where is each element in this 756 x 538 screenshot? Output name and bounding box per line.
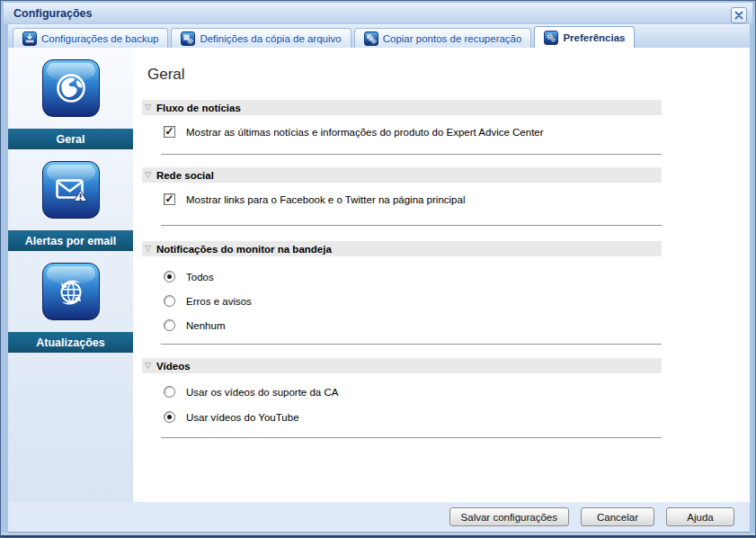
option-row: Usar vídeos do YouTube: [164, 410, 750, 424]
sidebar-item-geral[interactable]: Geral: [8, 48, 133, 149]
divider: [161, 154, 662, 155]
page-title: Geral: [147, 66, 750, 84]
section-header-rede-social[interactable]: ▽ Rede social: [142, 167, 662, 183]
ca-support-videos-radio[interactable]: [164, 386, 175, 398]
checkbox-label[interactable]: Mostrar as últimas notícias e informaçõe…: [186, 127, 544, 138]
option-row: Todos: [164, 270, 750, 283]
save-settings-button[interactable]: Salvar configurações: [449, 507, 569, 526]
collapse-triangle-icon: ▽: [145, 245, 151, 253]
footer: Salvar configurações Cancelar Ajuda: [8, 502, 750, 533]
dialog-body: Geral Alertas por email: [8, 48, 750, 502]
close-button[interactable]: [731, 7, 747, 23]
main-content: Geral ▽ Fluxo de notícias Mostrar as últ…: [133, 48, 750, 502]
news-feed-checkbox[interactable]: [164, 126, 175, 138]
tab-label: Preferências: [563, 32, 625, 43]
copy-recovery-points-icon: [364, 31, 378, 46]
option-row: Usar os vídeos do suporte da CA: [164, 385, 750, 399]
sidebar: Geral Alertas por email: [8, 48, 133, 502]
collapse-triangle-icon: ▽: [145, 362, 151, 370]
close-icon: [734, 11, 743, 20]
checkbox-label[interactable]: Mostrar links para o Facebook e o Twitte…: [186, 194, 465, 205]
sidebar-label-geral: Geral: [8, 129, 133, 149]
help-button[interactable]: Ajuda: [666, 507, 734, 526]
collapse-triangle-icon: ▽: [145, 103, 151, 112]
tile-wrap: [8, 48, 133, 129]
settings-window: Configurações Configurações de backup: [0, 0, 756, 538]
section-header-notificacoes-monitor[interactable]: ▽ Notificações do monitor na bandeja: [142, 241, 662, 256]
radio-label[interactable]: Nenhum: [186, 320, 225, 331]
tray-errors-warnings-radio[interactable]: [164, 295, 175, 307]
divider: [161, 344, 662, 345]
option-row: Nenhum: [164, 318, 750, 332]
tile-wrap: [8, 149, 133, 230]
sidebar-item-atualizacoes[interactable]: Atualizações: [8, 251, 133, 353]
window-title: Configurações: [13, 7, 93, 20]
sidebar-label-atualizacoes: Atualizações: [8, 332, 133, 353]
section-header-fluxo-de-noticias[interactable]: ▽ Fluxo de notícias: [142, 100, 662, 115]
divider: [161, 437, 662, 438]
radio-label[interactable]: Todos: [186, 272, 214, 282]
updates-globe-icon: [42, 263, 100, 320]
preferences-gear-icon: [544, 31, 558, 45]
radio-label[interactable]: Usar vídeos do YouTube: [186, 412, 299, 423]
tab-label: Configurações de backup: [41, 33, 158, 44]
section-header-videos[interactable]: ▽ Vídeos: [142, 358, 662, 373]
collapse-triangle-icon: ▽: [145, 171, 151, 179]
divider: [161, 225, 662, 226]
option-row: Mostrar links para o Facebook e o Twitte…: [164, 193, 750, 206]
sidebar-label-alertas-por-email: Alertas por email: [8, 230, 133, 251]
tab-bar: Configurações de backup Definições da có…: [8, 24, 750, 48]
tab-copy-recovery-points[interactable]: Copiar pontos de recuperação: [354, 28, 532, 48]
tab-backup-settings[interactable]: Configurações de backup: [13, 28, 168, 48]
tile-wrap: [8, 251, 133, 332]
option-row: Erros e avisos: [164, 294, 750, 308]
tab-preferences[interactable]: Preferências: [534, 26, 635, 48]
sidebar-item-alertas-por-email[interactable]: Alertas por email: [8, 149, 133, 251]
tab-file-copy-settings[interactable]: Definições da cópia de arquivo: [171, 28, 351, 48]
social-links-checkbox[interactable]: [164, 193, 175, 205]
tab-label: Copiar pontos de recuperação: [383, 33, 522, 44]
option-row: Mostrar as últimas notícias e informaçõe…: [164, 125, 750, 139]
titlebar: Configurações: [4, 3, 752, 23]
tab-label: Definições da cópia de arquivo: [200, 33, 341, 44]
radio-label[interactable]: Usar os vídeos do suporte da CA: [186, 387, 338, 398]
file-copy-settings-icon: [181, 31, 195, 46]
radio-label[interactable]: Erros e avisos: [186, 296, 252, 307]
cancel-button[interactable]: Cancelar: [581, 507, 654, 526]
backup-icon: [22, 31, 37, 46]
globe-icon: [42, 59, 100, 117]
youtube-videos-radio[interactable]: [164, 411, 175, 423]
tray-all-radio[interactable]: [164, 271, 175, 282]
tray-none-radio[interactable]: [164, 319, 175, 331]
email-alert-icon: [42, 161, 100, 219]
